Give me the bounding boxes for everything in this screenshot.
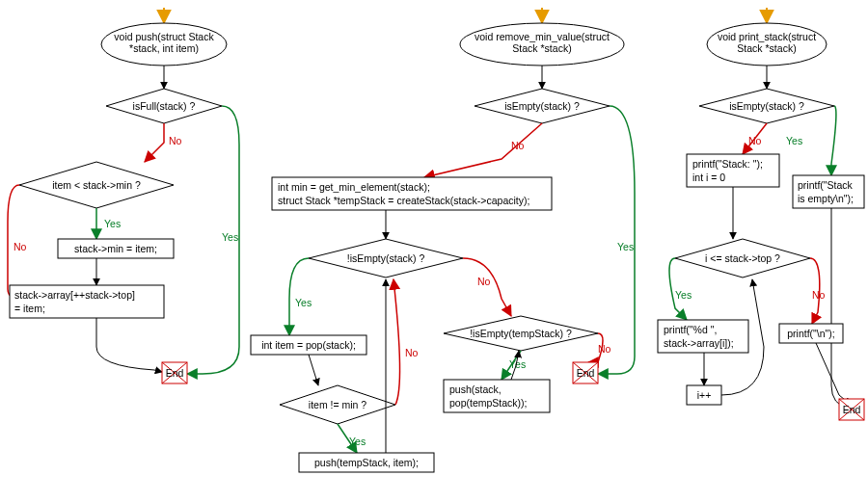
svg-text:No: No	[598, 343, 611, 355]
svg-text:printf("Stack: printf("Stack	[798, 179, 854, 191]
end-push: End	[162, 362, 187, 383]
svg-text:End: End	[843, 404, 861, 415]
assign-array-1: stack->array[++stack->top]	[14, 289, 135, 301]
flowchart-push: void push(struct Stack *stack, int item)…	[8, 8, 239, 383]
flowchart-print-stack: void print_stack(struct Stack *stack) is…	[658, 8, 864, 420]
svg-text:No: No	[812, 289, 826, 301]
svg-text:Yes: Yes	[617, 241, 634, 252]
svg-text:int item = pop(stack);: int item = pop(stack);	[261, 339, 356, 351]
sig-rm-1: void remove_min_value(struct	[475, 31, 610, 42]
svg-text:i++: i++	[697, 389, 712, 401]
isfull-text: isFull(stack) ?	[133, 100, 196, 112]
end-push-text: End	[166, 367, 184, 379]
svg-text:pop(tempStack));: pop(tempStack));	[449, 397, 528, 409]
svg-text:push(stack,: push(stack,	[449, 383, 502, 395]
sig-push-2: *stack, int item)	[129, 42, 199, 54]
no-2: No	[14, 241, 27, 252]
svg-text:isEmpty(stack) ?: isEmpty(stack) ?	[729, 100, 804, 112]
svg-text:!isEmpty(tempStack) ?: !isEmpty(tempStack) ?	[470, 328, 572, 339]
svg-text:printf("%d ",: printf("%d ",	[664, 324, 717, 335]
end-remove-min: End	[573, 362, 598, 383]
svg-text:Yes: Yes	[786, 135, 802, 146]
svg-text:No: No	[477, 276, 491, 287]
sig-rm-2: Stack *stack)	[512, 42, 571, 54]
flowchart-remove-min: void remove_min_value(struct Stack *stac…	[251, 8, 635, 472]
svg-text:!isEmpty(stack) ?: !isEmpty(stack) ?	[347, 252, 425, 264]
svg-text:int i = 0: int i = 0	[692, 172, 725, 183]
svg-text:No: No	[511, 140, 525, 151]
svg-text:struct Stack *tempStack = crea: struct Stack *tempStack = createStack(st…	[278, 195, 529, 206]
svg-text:int min = get_min_element(stac: int min = get_min_element(stack);	[278, 181, 430, 193]
yes-1: Yes	[222, 231, 238, 243]
end-print: End	[839, 399, 864, 420]
svg-text:Yes: Yes	[675, 289, 692, 301]
svg-text:push(tempStack, item);: push(tempStack, item);	[314, 457, 419, 468]
svg-text:printf("Stack: ");: printf("Stack: ");	[692, 158, 763, 170]
svg-text:Stack *stack): Stack *stack)	[737, 42, 796, 54]
svg-text:item != min ?: item != min ?	[309, 399, 367, 410]
svg-text:End: End	[577, 367, 595, 379]
assign-min-text: stack->min = item;	[74, 243, 157, 254]
yes-2: Yes	[104, 218, 121, 229]
svg-text:stack->array[i]);: stack->array[i]);	[664, 337, 734, 349]
svg-text:void print_stack(struct: void print_stack(struct	[718, 31, 816, 42]
item-min-text: item < stack->min ?	[52, 179, 141, 191]
svg-text:Yes: Yes	[295, 297, 312, 308]
svg-text:i <= stack->top ?: i <= stack->top ?	[705, 252, 780, 264]
svg-text:printf("\n");: printf("\n");	[787, 328, 834, 339]
flowchart-diagram: void push(struct Stack *stack, int item)…	[0, 0, 868, 502]
svg-text:No: No	[748, 135, 762, 146]
svg-text:No: No	[405, 347, 419, 358]
svg-text:is empty\n");: is empty\n");	[798, 193, 854, 204]
sig-push-1: void push(struct Stack	[114, 31, 214, 42]
assign-array-2: = item;	[14, 303, 45, 314]
svg-text:isEmpty(stack) ?: isEmpty(stack) ?	[504, 100, 580, 112]
no-1: No	[169, 135, 182, 146]
svg-text:Yes: Yes	[349, 436, 366, 447]
